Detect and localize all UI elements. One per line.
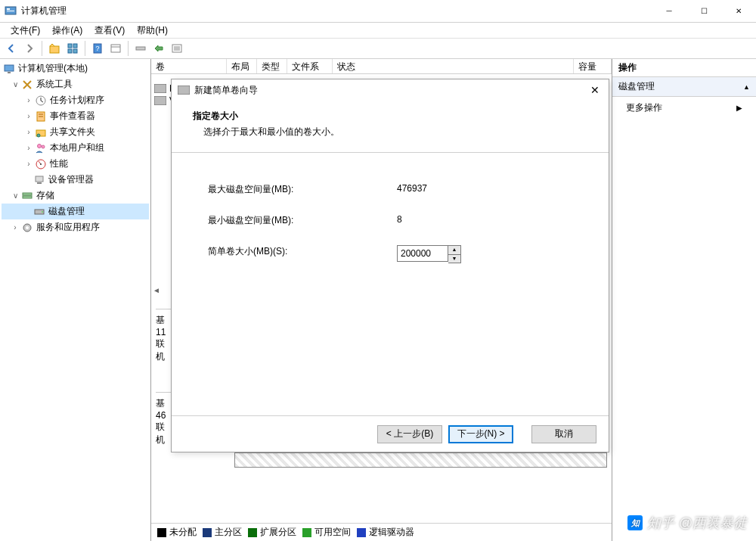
disk-label: 基 bbox=[156, 314, 171, 327]
actions-more[interactable]: 更多操作 ▶ bbox=[612, 97, 756, 119]
svg-point-26 bbox=[42, 145, 45, 148]
col-layout[interactable]: 布局 bbox=[227, 59, 257, 73]
close-icon[interactable]: ✕ bbox=[587, 84, 603, 96]
action-button[interactable] bbox=[150, 40, 167, 57]
spinner-down-button[interactable]: ▼ bbox=[448, 254, 460, 263]
toolbar: ? bbox=[0, 38, 756, 59]
svg-point-28 bbox=[40, 163, 42, 165]
svg-point-24 bbox=[37, 134, 40, 137]
expander-icon[interactable]: › bbox=[11, 223, 20, 232]
tree-task-scheduler[interactable]: › 任务计划程序 bbox=[2, 92, 149, 108]
tree-performance[interactable]: › 性能 bbox=[2, 156, 149, 172]
menu-help[interactable]: 帮助(H) bbox=[131, 23, 174, 39]
tree-local-users[interactable]: › 本地用户和组 bbox=[2, 140, 149, 156]
col-capacity[interactable]: 容量 bbox=[574, 59, 612, 73]
min-size-row: 最小磁盘空间量(MB): 8 bbox=[208, 214, 572, 227]
legend-item: 主分区 bbox=[203, 526, 242, 539]
min-size-value: 8 bbox=[397, 214, 402, 227]
properties-button[interactable] bbox=[64, 40, 81, 57]
swatch-icon bbox=[248, 528, 257, 537]
disk-icon bbox=[33, 206, 45, 218]
close-button[interactable]: ✕ bbox=[721, 0, 756, 23]
wizard-title-bar: 新建简单卷向导 ✕ bbox=[172, 79, 609, 101]
menu-file[interactable]: 文件(F) bbox=[5, 23, 46, 39]
svg-rect-31 bbox=[23, 193, 32, 195]
actions-section[interactable]: 磁盘管理 ▲ bbox=[612, 77, 756, 97]
svg-rect-12 bbox=[136, 47, 145, 50]
tree-storage[interactable]: ∨ 存储 bbox=[2, 188, 149, 204]
expander-icon[interactable]: ∨ bbox=[11, 191, 20, 201]
tree-disk-management[interactable]: 磁盘管理 bbox=[2, 204, 149, 219]
back-button[interactable]: < 上一步(B) bbox=[377, 425, 442, 443]
col-status[interactable]: 状态 bbox=[333, 59, 574, 73]
services-icon bbox=[21, 222, 33, 234]
svg-rect-38 bbox=[154, 96, 166, 105]
tree-label: 设备管理器 bbox=[48, 173, 94, 186]
tree-panel: 计算机管理(本地) ∨ 系统工具 › 任务计划程序 › 事件查看器 › 共享文件… bbox=[0, 59, 151, 541]
svg-rect-37 bbox=[154, 84, 166, 93]
swatch-icon bbox=[157, 528, 166, 537]
svg-rect-7 bbox=[73, 49, 77, 53]
max-size-row: 最大磁盘空间量(MB): 476937 bbox=[208, 183, 572, 196]
svg-rect-1 bbox=[7, 8, 10, 10]
title-bar: 计算机管理 ─ ☐ ✕ bbox=[0, 0, 756, 23]
cancel-button[interactable]: 取消 bbox=[531, 425, 596, 443]
svg-rect-17 bbox=[5, 65, 14, 71]
max-size-label: 最大磁盘空间量(MB): bbox=[208, 183, 397, 196]
menu-view[interactable]: 查看(V) bbox=[88, 23, 131, 39]
wizard-header-title: 指定卷大小 bbox=[193, 110, 587, 123]
spinner-up-button[interactable]: ▲ bbox=[448, 246, 460, 254]
maximize-button[interactable]: ☐ bbox=[686, 0, 721, 23]
refresh-button[interactable] bbox=[132, 40, 149, 57]
scroll-left-icon[interactable]: ◄ bbox=[153, 286, 160, 298]
performance-icon bbox=[35, 158, 47, 170]
expander-icon[interactable]: ∨ bbox=[11, 80, 20, 89]
svg-rect-5 bbox=[73, 44, 77, 48]
wizard-dialog: 新建简单卷向导 ✕ 指定卷大小 选择介于最大和最小值的卷大小。 最大磁盘空间量(… bbox=[171, 79, 609, 452]
col-volume[interactable]: 卷 bbox=[151, 59, 227, 73]
svg-rect-3 bbox=[50, 46, 59, 53]
tree-system-tools[interactable]: ∨ 系统工具 bbox=[2, 76, 149, 92]
tree-device-manager[interactable]: 设备管理器 bbox=[2, 172, 149, 188]
list-button[interactable] bbox=[169, 40, 185, 57]
view-button[interactable] bbox=[107, 40, 124, 57]
clock-icon bbox=[35, 95, 47, 107]
tree-shared-folders[interactable]: › 共享文件夹 bbox=[2, 124, 149, 140]
svg-text:知: 知 bbox=[630, 518, 640, 527]
disk-label: 联机 bbox=[156, 421, 171, 446]
svg-rect-10 bbox=[111, 45, 120, 52]
menu-action[interactable]: 操作(A) bbox=[46, 23, 88, 39]
computer-icon bbox=[3, 63, 15, 75]
wizard-title: 新建简单卷向导 bbox=[194, 84, 258, 97]
tree-label: 磁盘管理 bbox=[48, 205, 85, 218]
col-type[interactable]: 类型 bbox=[257, 59, 287, 73]
col-filesystem[interactable]: 文件系统 bbox=[287, 59, 333, 73]
wizard-header-subtitle: 选择介于最大和最小值的卷大小。 bbox=[193, 126, 587, 138]
tree-label: 事件查看器 bbox=[50, 110, 95, 123]
svg-point-34 bbox=[42, 211, 43, 213]
expander-icon[interactable]: › bbox=[24, 160, 33, 169]
svg-rect-29 bbox=[36, 176, 43, 182]
max-size-value: 476937 bbox=[397, 183, 427, 196]
help-button[interactable]: ? bbox=[89, 40, 106, 57]
next-button[interactable]: 下一步(N) > bbox=[448, 425, 513, 443]
disk-label: 基 bbox=[156, 397, 171, 410]
tree-label: 存储 bbox=[36, 189, 54, 202]
tree-event-viewer[interactable]: › 事件查看器 bbox=[2, 108, 149, 124]
device-icon bbox=[33, 174, 45, 186]
back-button[interactable] bbox=[3, 40, 20, 57]
volume-size-input[interactable] bbox=[397, 245, 448, 262]
forward-button[interactable] bbox=[21, 40, 38, 57]
expander-icon[interactable]: › bbox=[24, 144, 33, 153]
collapse-icon: ▲ bbox=[743, 83, 750, 91]
partition-strip[interactable] bbox=[234, 452, 607, 468]
expander-icon[interactable]: › bbox=[24, 112, 33, 121]
up-button[interactable] bbox=[46, 40, 63, 57]
expander-icon[interactable]: › bbox=[24, 96, 33, 105]
wizard-footer: < 上一步(B) 下一步(N) > 取消 bbox=[172, 415, 609, 452]
expander-icon[interactable]: › bbox=[24, 128, 33, 137]
minimize-button[interactable]: ─ bbox=[652, 0, 686, 23]
tree-services-apps[interactable]: › 服务和应用程序 bbox=[2, 219, 149, 235]
svg-point-36 bbox=[26, 226, 29, 229]
tree-root[interactable]: 计算机管理(本地) bbox=[2, 61, 149, 76]
